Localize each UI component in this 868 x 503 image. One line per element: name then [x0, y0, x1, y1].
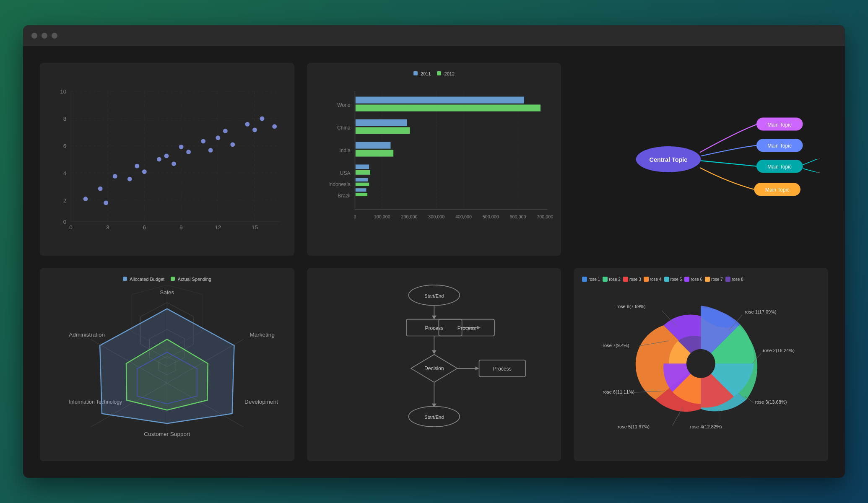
svg-text:12: 12	[215, 224, 221, 231]
rose-legend-1: rose 1	[582, 277, 600, 282]
svg-text:200,000: 200,000	[401, 214, 417, 219]
svg-rect-70	[355, 127, 410, 134]
svg-text:Process: Process	[493, 366, 512, 372]
svg-text:700,000: 700,000	[537, 214, 553, 219]
svg-text:Decision: Decision	[424, 366, 444, 371]
svg-rect-75	[355, 178, 368, 181]
main-topic-3-label: Main Topic	[768, 164, 792, 170]
svg-line-84	[803, 169, 817, 172]
svg-point-32	[164, 154, 169, 158]
svg-point-34	[179, 145, 184, 149]
svg-point-33	[172, 161, 176, 166]
svg-line-85	[817, 157, 820, 159]
central-topic-label: Central Topic	[650, 156, 688, 163]
svg-point-40	[230, 143, 235, 147]
scatter-chart: 0 2 4 6 8 10 0 3 6 9 12 15	[40, 63, 294, 256]
bar-chart: 2011 2012 World China India USA Indonesi…	[307, 63, 561, 256]
svg-point-35	[186, 150, 191, 154]
svg-marker-126	[431, 404, 436, 407]
svg-text:10: 10	[60, 88, 66, 95]
mindmap-svg: Central Topic Main Topic Main Topic M	[582, 71, 820, 247]
svg-text:6: 6	[143, 224, 146, 231]
legend-2012: 2012	[437, 71, 455, 76]
svg-point-41	[245, 122, 250, 127]
radar-legend-budget: Allocated Budget	[123, 277, 165, 282]
svg-rect-71	[355, 142, 390, 149]
svg-marker-118	[431, 350, 436, 354]
window-dot-2[interactable]	[42, 33, 47, 39]
svg-text:Indonesia: Indonesia	[328, 181, 351, 187]
svg-marker-114	[477, 326, 481, 329]
svg-text:0: 0	[63, 219, 67, 225]
svg-text:400,000: 400,000	[455, 214, 472, 219]
svg-point-43	[260, 116, 265, 121]
svg-text:Development: Development	[244, 399, 278, 405]
main-window: 0 2 4 6 8 10 0 3 6 9 12 15	[23, 25, 845, 478]
svg-text:15: 15	[252, 224, 258, 231]
svg-text:0: 0	[353, 214, 356, 219]
svg-text:9: 9	[179, 224, 183, 231]
svg-point-29	[135, 164, 139, 169]
svg-point-28	[127, 177, 132, 181]
radar-svg: Sales Marketing Development Customer Sup…	[48, 285, 286, 440]
svg-text:Process: Process	[425, 325, 443, 331]
svg-point-44	[272, 124, 277, 129]
svg-point-36	[201, 139, 205, 143]
svg-rect-68	[355, 104, 540, 111]
svg-text:8: 8	[63, 116, 67, 122]
svg-text:rose 3(13.68%): rose 3(13.68%)	[755, 399, 787, 404]
svg-point-42	[252, 127, 257, 132]
svg-text:World: World	[337, 102, 350, 108]
svg-rect-77	[355, 188, 366, 192]
svg-text:rose 2(16.24%): rose 2(16.24%)	[763, 348, 795, 353]
svg-text:Brazil: Brazil	[338, 193, 350, 199]
svg-point-26	[104, 200, 108, 205]
svg-text:Start/End: Start/End	[424, 415, 444, 420]
legend-2011: 2011	[413, 71, 431, 76]
svg-point-31	[157, 157, 161, 162]
rose-legend-2: rose 2	[603, 277, 621, 282]
svg-text:Marketing: Marketing	[249, 332, 274, 338]
flowchart-svg: Start/End Process Process Decision	[315, 277, 553, 453]
svg-rect-69	[355, 119, 407, 126]
rose-legend-4: rose 4	[644, 277, 662, 282]
rose-chart: rose 1 rose 2 rose 3 rose 4 rose 5	[574, 268, 828, 461]
svg-point-39	[223, 129, 228, 133]
svg-text:rose 7(9.4%): rose 7(9.4%)	[603, 343, 629, 348]
svg-text:USA: USA	[340, 170, 351, 176]
mindmap-chart: Central Topic Main Topic Main Topic M	[574, 63, 828, 256]
svg-rect-67	[355, 97, 524, 104]
bar-legend: 2011 2012	[315, 71, 553, 76]
svg-text:rose 4(12.82%): rose 4(12.82%)	[690, 424, 722, 429]
rose-legend-6: rose 6	[684, 277, 702, 282]
rose-legend-3: rose 3	[623, 277, 641, 282]
svg-text:500,000: 500,000	[482, 214, 499, 219]
rose-legend: rose 1 rose 2 rose 3 rose 4 rose 5	[582, 277, 820, 282]
svg-rect-73	[355, 164, 369, 169]
svg-point-24	[83, 197, 88, 201]
svg-rect-78	[355, 193, 367, 196]
rose-legend-8: rose 8	[725, 277, 743, 282]
svg-text:600,000: 600,000	[509, 214, 526, 219]
svg-text:rose 6(11.11%): rose 6(11.11%)	[603, 389, 635, 394]
main-topic-4-label: Main Topic	[765, 187, 790, 193]
radar-legend-spending: Actual Spending	[171, 277, 211, 282]
dashboard-content: 0 2 4 6 8 10 0 3 6 9 12 15	[23, 46, 845, 478]
svg-marker-122	[475, 366, 479, 370]
svg-text:6: 6	[63, 143, 67, 149]
svg-point-37	[208, 148, 213, 153]
window-dot-3[interactable]	[52, 33, 57, 39]
svg-text:2: 2	[63, 197, 67, 204]
radar-legend: Allocated Budget Actual Spending	[48, 277, 286, 282]
svg-text:4: 4	[63, 170, 67, 176]
svg-line-83	[803, 159, 817, 165]
svg-point-129	[686, 349, 715, 378]
scatter-svg: 0 2 4 6 8 10 0 3 6 9 12 15	[48, 71, 286, 247]
svg-point-27	[113, 174, 117, 179]
svg-rect-72	[355, 150, 393, 156]
radar-chart: Allocated Budget Actual Spending Sales M…	[40, 268, 294, 461]
svg-text:3: 3	[106, 224, 109, 231]
svg-point-25	[98, 187, 103, 191]
svg-text:India: India	[339, 148, 351, 153]
window-dot-1[interactable]	[31, 33, 37, 39]
